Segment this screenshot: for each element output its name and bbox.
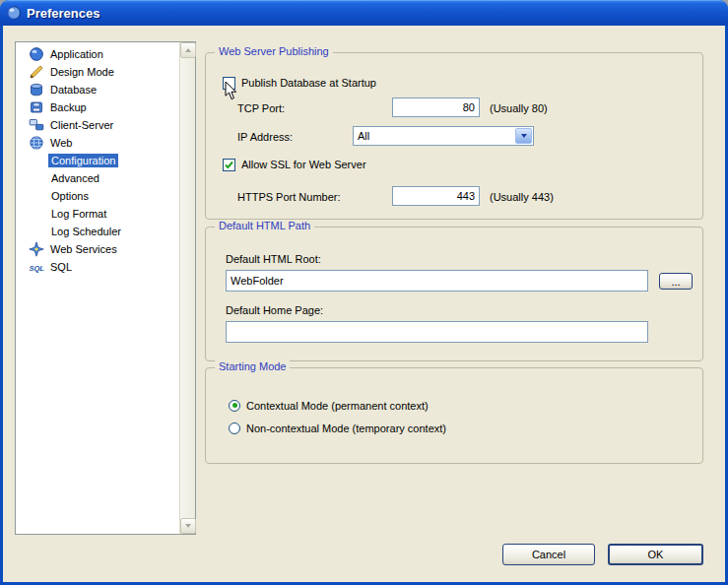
group-title: Default HTML Path xyxy=(215,220,314,231)
web-services-icon xyxy=(29,241,44,257)
preferences-window: Preferences Application Design Mode xyxy=(0,0,728,585)
tcp-port-label: TCP Port: xyxy=(237,102,285,114)
sidebar-item-label: SQL xyxy=(47,260,75,274)
browse-button[interactable]: ... xyxy=(659,273,693,290)
sidebar-item-label: Database xyxy=(47,83,99,97)
contextual-mode-row: Contextual Mode (permanent context) xyxy=(229,399,429,412)
html-root-label: Default HTML Root: xyxy=(226,253,321,265)
client-server-icon xyxy=(29,117,44,133)
group-default-html-path: Default HTML Path Default HTML Root: ...… xyxy=(205,227,703,361)
sidebar-item-web[interactable]: Web xyxy=(16,134,195,152)
check-icon xyxy=(224,160,234,170)
sidebar-item-label: Application xyxy=(47,47,106,61)
home-page-input[interactable] xyxy=(226,321,648,343)
scroll-up-button[interactable] xyxy=(180,42,196,58)
sidebar-item-label: Advanced xyxy=(48,171,102,185)
sidebar-item-web-services[interactable]: Web Services xyxy=(16,240,195,258)
chevron-down-icon xyxy=(521,134,527,138)
allow-ssl-label: Allow SSL for Web Server xyxy=(241,159,366,170)
app-icon xyxy=(6,5,22,21)
sidebar-item-options[interactable]: Options xyxy=(16,187,195,205)
home-page-label: Default Home Page: xyxy=(226,304,323,316)
dialog-client-area: Application Design Mode Database Backup xyxy=(3,26,725,582)
arrow-up-icon xyxy=(185,48,191,52)
sidebar-item-label: Options xyxy=(48,189,92,203)
sidebar-item-label: Client-Server xyxy=(47,118,116,132)
sidebar-item-design-mode[interactable]: Design Mode xyxy=(16,63,195,81)
design-mode-icon xyxy=(29,64,44,80)
non-contextual-mode-row: Non-contextual Mode (temporary context) xyxy=(229,422,446,434)
contextual-mode-label: Contextual Mode (permanent context) xyxy=(246,400,429,412)
group-title: Web Server Publishing xyxy=(215,45,333,57)
sidebar-item-database[interactable]: Database xyxy=(16,81,195,98)
sidebar-item-label: Log Format xyxy=(48,207,109,221)
tcp-port-input[interactable] xyxy=(392,98,480,117)
allow-ssl-checkbox[interactable] xyxy=(223,159,235,171)
ok-button[interactable]: OK xyxy=(608,544,703,565)
database-icon xyxy=(29,82,44,98)
window-title: Preferences xyxy=(27,6,99,21)
backup-icon xyxy=(29,99,44,115)
sidebar-item-label: Log Scheduler xyxy=(48,225,124,238)
non-contextual-mode-radio[interactable] xyxy=(229,422,240,434)
preferences-nav-list: Application Design Mode Database Backup xyxy=(15,41,196,535)
non-contextual-mode-label: Non-contextual Mode (temporary context) xyxy=(246,422,446,434)
group-title: Starting Mode xyxy=(215,360,290,372)
allow-ssl-row: Allow SSL for Web Server xyxy=(223,158,366,171)
contextual-mode-radio[interactable] xyxy=(229,400,240,412)
https-port-label: HTTPS Port Number: xyxy=(237,191,341,203)
sidebar-item-label: Web xyxy=(47,136,75,150)
sidebar-item-configuration[interactable]: Configuration xyxy=(16,152,195,169)
publish-database-checkbox[interactable] xyxy=(223,77,235,90)
ip-address-select[interactable]: All xyxy=(353,126,534,146)
cancel-button[interactable]: Cancel xyxy=(502,544,595,565)
scroll-down-button[interactable] xyxy=(180,518,196,534)
sidebar-item-label: Backup xyxy=(47,100,90,114)
https-port-input[interactable] xyxy=(392,186,480,206)
sidebar-item-label: Configuration xyxy=(48,154,118,167)
dropdown-button[interactable] xyxy=(515,128,532,144)
publish-database-label: Publish Database at Startup xyxy=(241,77,376,89)
sidebar-scrollbar[interactable] xyxy=(179,42,195,534)
arrow-down-icon xyxy=(185,524,191,528)
sidebar-item-client-server[interactable]: Client-Server xyxy=(16,116,195,134)
sidebar-item-advanced[interactable]: Advanced xyxy=(16,169,195,187)
sidebar-item-sql[interactable]: SQL SQL xyxy=(16,258,195,276)
html-root-input[interactable] xyxy=(226,270,648,292)
sidebar-item-label: Web Services xyxy=(47,242,120,256)
sidebar-item-application[interactable]: Application xyxy=(16,45,195,63)
ip-address-value: All xyxy=(354,130,514,142)
https-port-hint: (Usually 443) xyxy=(490,191,554,203)
tcp-port-hint: (Usually 80) xyxy=(490,102,548,114)
group-starting-mode: Starting Mode Contextual Mode (permanent… xyxy=(205,367,703,464)
publish-database-row: Publish Database at Startup xyxy=(223,76,376,90)
titlebar[interactable]: Preferences xyxy=(0,0,728,26)
web-globe-icon xyxy=(29,135,44,151)
sidebar-item-label: Design Mode xyxy=(47,65,117,79)
group-web-server-publishing: Web Server Publishing Publish Database a… xyxy=(205,52,703,220)
sidebar-item-log-format[interactable]: Log Format xyxy=(16,205,195,223)
svg-text:SQL: SQL xyxy=(30,264,45,273)
ip-address-label: IP Address: xyxy=(237,131,293,143)
application-icon xyxy=(29,46,44,62)
sidebar-item-backup[interactable]: Backup xyxy=(16,98,195,116)
sql-icon: SQL xyxy=(29,259,44,275)
sidebar-item-log-scheduler[interactable]: Log Scheduler xyxy=(16,223,195,240)
